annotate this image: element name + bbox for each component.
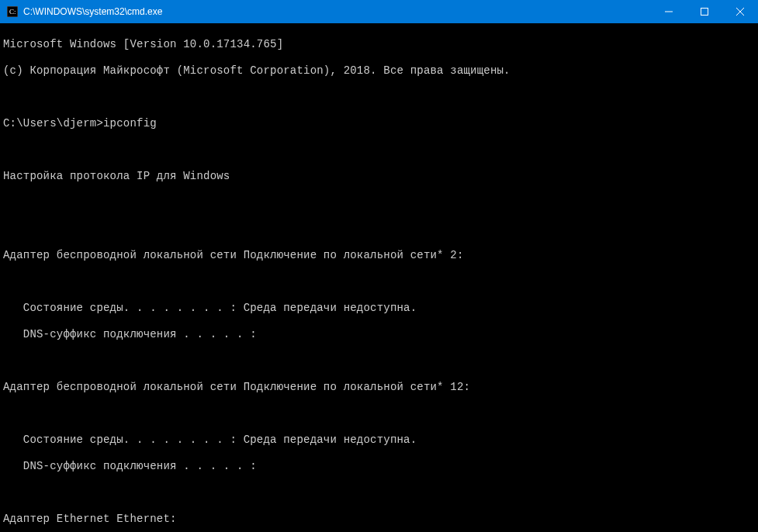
svg-rect-3 (701, 9, 708, 16)
titlebar[interactable]: C: C:\WINDOWS\system32\cmd.exe (0, 0, 758, 23)
maximize-button[interactable] (687, 0, 722, 23)
blank-line (3, 143, 755, 157)
adapter-dns: DNS-суффикс подключения . . . . . : (3, 460, 755, 473)
terminal-output[interactable]: Microsoft Windows [Version 10.0.17134.76… (0, 23, 758, 532)
adapter-state: Состояние среды. . . . . . . . : Среда п… (3, 302, 755, 315)
blank-line (3, 223, 755, 236)
blank-line (3, 407, 755, 420)
blank-line (3, 486, 755, 499)
close-icon (736, 8, 744, 16)
svg-text:C:: C: (9, 8, 16, 16)
blank-line (3, 275, 755, 288)
copyright-line: (c) Корпорация Майкрософт (Microsoft Cor… (3, 64, 755, 78)
adapter-title: Адаптер беспроводной локальной сети Подк… (3, 249, 755, 262)
adapter-title: Адаптер беспроводной локальной сети Подк… (3, 381, 755, 394)
close-button[interactable] (722, 0, 758, 23)
adapter-title: Адаптер Ethernet Ethernet: (3, 513, 755, 526)
cmd-icon: C: (6, 5, 19, 18)
prompt-line-1: C:\Users\djerm>ipconfig (3, 117, 755, 130)
blank-line (3, 354, 755, 368)
os-version-line: Microsoft Windows [Version 10.0.17134.76… (3, 38, 755, 51)
cmd-window: C: C:\WINDOWS\system32\cmd.exe Microsoft… (0, 0, 758, 532)
window-title: C:\WINDOWS\system32\cmd.exe (23, 6, 651, 17)
ipconfig-heading: Настройка протокола IP для Windows (3, 170, 755, 183)
window-controls (651, 0, 758, 23)
blank-line (3, 91, 755, 104)
minimize-button[interactable] (651, 0, 687, 23)
minimize-icon (665, 8, 673, 16)
maximize-icon (701, 8, 708, 16)
blank-line (3, 196, 755, 209)
adapter-dns: DNS-суффикс подключения . . . . . : (3, 328, 755, 341)
adapter-state: Состояние среды. . . . . . . . : Среда п… (3, 434, 755, 447)
